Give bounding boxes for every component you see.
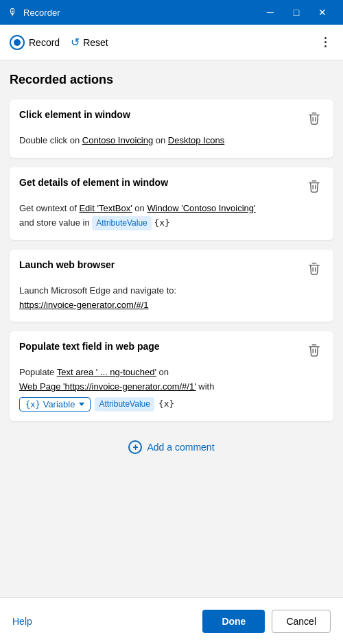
card-4-variable-row: {x} Variable AttributeValue {x} bbox=[19, 397, 324, 412]
help-link[interactable]: Help bbox=[12, 616, 32, 627]
card-2-text-store: and store value in bbox=[19, 217, 90, 228]
card-4-link-textarea[interactable]: Text area ' ... ng-touched' bbox=[57, 367, 156, 377]
title-bar-controls: ─ □ ✕ bbox=[258, 0, 335, 25]
footer: Help Done Cancel bbox=[0, 597, 343, 644]
main-content: Recorded actions Click element in window… bbox=[0, 60, 343, 597]
card-4-title: Populate text field in web page bbox=[19, 341, 160, 352]
card-1-header: Click element in window bbox=[19, 109, 324, 128]
card-get-details: Get details of element in window Get own… bbox=[10, 167, 333, 240]
record-label: Record bbox=[29, 37, 60, 48]
card-3-text: Launch Microsoft Edge and navigate to: bbox=[19, 285, 176, 296]
record-dot-icon bbox=[14, 39, 21, 46]
record-button[interactable]: Record bbox=[10, 35, 60, 50]
card-2-link-window[interactable]: Window 'Contoso Invoicing' bbox=[147, 203, 255, 213]
add-comment-button[interactable]: + Add a comment bbox=[10, 431, 333, 457]
card-1-text-on: on bbox=[156, 135, 168, 145]
card-3-header: Launch web browser bbox=[19, 259, 324, 278]
card-4-curly: {x} bbox=[158, 397, 174, 412]
card-2-curly: {x} bbox=[154, 216, 169, 230]
add-comment-icon: + bbox=[128, 440, 142, 454]
card-1-title: Click element in window bbox=[19, 109, 130, 120]
card-4-text-populate: Populate bbox=[19, 367, 54, 377]
reset-button[interactable]: ↺ Reset bbox=[71, 36, 108, 49]
footer-buttons: Done Cancel bbox=[202, 610, 331, 633]
card-1-link-desktop[interactable]: Desktop Icons bbox=[168, 135, 224, 145]
title-bar-title: Recorder bbox=[23, 8, 60, 18]
card-4-delete-button[interactable] bbox=[305, 341, 324, 360]
card-2-header: Get details of element in window bbox=[19, 177, 324, 196]
title-bar-app-icon: 🎙 bbox=[8, 7, 18, 18]
more-dot-3 bbox=[324, 45, 327, 47]
card-3-delete-button[interactable] bbox=[305, 259, 324, 278]
card-1-body: Double click on Contoso Invoicing on Des… bbox=[19, 134, 324, 148]
toolbar-left: Record ↺ Reset bbox=[10, 35, 108, 50]
card-3-body: Launch Microsoft Edge and navigate to: h… bbox=[19, 284, 324, 313]
done-button[interactable]: Done bbox=[202, 610, 265, 633]
card-3-title: Launch web browser bbox=[19, 259, 115, 270]
card-2-delete-button[interactable] bbox=[305, 177, 324, 196]
cancel-button[interactable]: Cancel bbox=[272, 610, 331, 633]
minimize-button[interactable]: ─ bbox=[258, 0, 283, 25]
var-btn-icon: {x} bbox=[25, 400, 40, 409]
card-4-header: Populate text field in web page bbox=[19, 341, 324, 360]
more-dot-2 bbox=[324, 41, 327, 43]
chevron-down-icon bbox=[79, 403, 84, 406]
title-bar: 🎙 Recorder ─ □ ✕ bbox=[0, 0, 343, 25]
card-populate-text: Populate text field in web page Populate… bbox=[10, 331, 333, 421]
more-options-button[interactable] bbox=[317, 34, 333, 51]
title-bar-left: 🎙 Recorder bbox=[8, 7, 60, 18]
card-4-token-attribute: AttributeValue bbox=[95, 397, 154, 412]
add-comment-label: Add a comment bbox=[147, 442, 214, 453]
reset-icon: ↺ bbox=[71, 36, 80, 49]
card-4-text-on: on bbox=[159, 367, 169, 377]
reset-label: Reset bbox=[83, 37, 108, 48]
record-circle-icon bbox=[10, 35, 25, 50]
more-dot-1 bbox=[324, 37, 327, 39]
var-btn-label: Variable bbox=[43, 399, 75, 409]
card-2-title: Get details of element in window bbox=[19, 177, 168, 188]
card-1-delete-button[interactable] bbox=[305, 109, 324, 128]
toolbar: Record ↺ Reset bbox=[0, 25, 343, 60]
card-4-text-with: with bbox=[198, 381, 214, 392]
card-1-text-prefix: Double click on bbox=[19, 135, 80, 145]
close-button[interactable]: ✕ bbox=[310, 0, 335, 25]
card-2-body: Get owntext of Edit 'TextBox' on Window … bbox=[19, 202, 324, 230]
card-2-link-textbox[interactable]: Edit 'TextBox' bbox=[79, 203, 132, 213]
maximize-button[interactable]: □ bbox=[284, 0, 309, 25]
card-4-body: Populate Text area ' ... ng-touched' on … bbox=[19, 366, 324, 412]
card-click-element: Click element in window Double click on … bbox=[10, 99, 333, 158]
card-2-text-get: Get owntext of bbox=[19, 203, 77, 213]
card-2-token-attribute: AttributeValue bbox=[92, 216, 152, 230]
section-title: Recorded actions bbox=[10, 73, 333, 87]
card-1-link-contoso[interactable]: Contoso Invoicing bbox=[82, 135, 153, 145]
card-2-text-on: on bbox=[134, 203, 147, 213]
card-launch-browser: Launch web browser Launch Microsoft Edge… bbox=[10, 250, 333, 322]
card-4-link-webpage[interactable]: Web Page 'https://invoice-generator.com/… bbox=[19, 381, 196, 392]
card-3-url[interactable]: https://invoice-generator.com/#/1 bbox=[19, 300, 149, 310]
variable-button[interactable]: {x} Variable bbox=[19, 397, 91, 412]
